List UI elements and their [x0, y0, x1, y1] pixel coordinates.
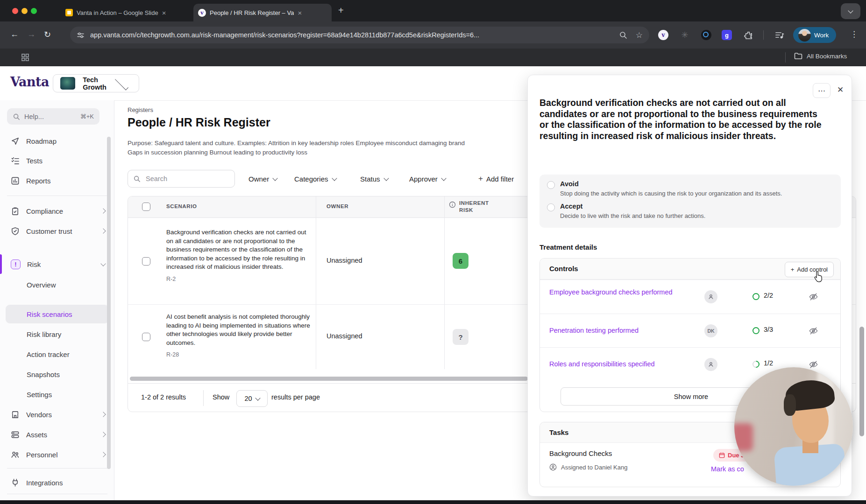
- tab-close-icon[interactable]: ×: [298, 9, 302, 16]
- owner-cell[interactable]: Unassigned: [327, 257, 362, 264]
- inherent-risk-badge[interactable]: ?: [453, 329, 468, 345]
- unmonitored-eye-off-icon[interactable]: [809, 292, 818, 301]
- apps-grid-icon[interactable]: [21, 53, 29, 62]
- column-header-inherent-risk[interactable]: INHERENT RISK: [459, 200, 499, 214]
- onepassword-extension-icon[interactable]: [701, 30, 711, 40]
- sidebar-item-risk-library[interactable]: Risk library: [0, 325, 114, 343]
- forward-button[interactable]: →: [27, 29, 35, 39]
- inherent-risk-badge[interactable]: 6: [453, 253, 468, 269]
- control-link[interactable]: Penetration testing performed: [549, 326, 694, 335]
- control-row: Penetration testing performed DK 3/3: [540, 314, 840, 347]
- reload-button[interactable]: ↻: [44, 29, 51, 40]
- row-checkbox[interactable]: [142, 333, 150, 341]
- bookmark-star-icon[interactable]: ☆: [636, 30, 643, 40]
- search-input[interactable]: [145, 175, 226, 183]
- window-zoom-button[interactable]: [31, 8, 37, 14]
- window-minimize-button[interactable]: [21, 8, 28, 14]
- sidebar-item-integrations[interactable]: Integrations: [0, 473, 114, 492]
- page-scrollbar[interactable]: [859, 327, 864, 436]
- sidebar-item-risk[interactable]: ! Risk: [0, 254, 114, 274]
- folder-icon: [794, 52, 802, 60]
- owner-cell[interactable]: Unassigned: [327, 332, 362, 340]
- vanta-logo[interactable]: Vanta: [10, 75, 49, 89]
- unmonitored-eye-off-icon[interactable]: [809, 360, 818, 369]
- sidebar-scrollbar[interactable]: [107, 137, 111, 469]
- browser-menu-icon[interactable]: ⋮: [850, 29, 858, 39]
- browser-toolbar: ← → ↻ app.vanta.com/c/techgrowth.com.au/…: [0, 21, 866, 49]
- unmonitored-eye-off-icon[interactable]: [809, 326, 818, 336]
- filter-owner[interactable]: Owner: [248, 170, 277, 188]
- owner-avatar: [704, 290, 717, 303]
- sidebar-item-assets[interactable]: Assets: [0, 425, 114, 444]
- sidebar-item-roadmap[interactable]: Roadmap: [0, 131, 114, 151]
- sidebar-divider: [7, 494, 107, 494]
- sidebar-item-risk-settings[interactable]: Settings: [0, 385, 114, 404]
- filter-categories[interactable]: Categories: [294, 170, 336, 188]
- browser-profile-button[interactable]: Work: [793, 27, 836, 43]
- search-icon: [13, 113, 20, 120]
- breadcrumb[interactable]: Registers: [128, 106, 153, 113]
- chevron-right-icon: [100, 412, 106, 417]
- sidebar-item-vendors[interactable]: Vendors: [0, 405, 114, 424]
- control-link[interactable]: Employee background checks performed: [549, 288, 694, 297]
- control-row: Employee background checks performed 2/2: [540, 280, 840, 314]
- org-switcher[interactable]: Tech Growth: [53, 74, 139, 92]
- help-search-input[interactable]: Help... ⌘+K: [7, 108, 99, 125]
- owner-avatar: [704, 358, 717, 371]
- scenario-text: AI cost benefit analysis is not complete…: [166, 313, 310, 346]
- radio-avoid[interactable]: [547, 181, 555, 189]
- window-close-button[interactable]: [12, 8, 18, 14]
- sidebar-item-customer-trust[interactable]: Customer trust: [0, 221, 114, 241]
- radio-accept[interactable]: [547, 203, 555, 211]
- grammarly-extension-icon[interactable]: g: [722, 30, 732, 40]
- column-header-scenario[interactable]: SCENARIO: [166, 203, 197, 209]
- tab-vanta-risk-register[interactable]: v People / HR Risk Register – Va ×: [193, 4, 332, 21]
- mark-complete-link[interactable]: Mark as co: [711, 465, 744, 473]
- vanta-extension-icon[interactable]: v: [658, 30, 668, 40]
- new-tab-button[interactable]: +: [338, 6, 344, 15]
- tab-google-slides[interactable]: Vanta in Action – Google Slide ×: [61, 4, 188, 21]
- sidebar-item-personnel[interactable]: Personnel: [0, 445, 114, 464]
- chevron-down-icon: [383, 175, 389, 181]
- column-header-owner[interactable]: OWNER: [327, 203, 348, 209]
- panel-more-button[interactable]: ⋯: [813, 83, 831, 98]
- sidebar-item-risk-scenarios[interactable]: Risk scenarios: [0, 305, 114, 323]
- back-button[interactable]: ←: [10, 29, 19, 39]
- task-name[interactable]: Background Checks: [549, 449, 612, 457]
- chevron-down-icon: [332, 175, 337, 181]
- tab-close-icon[interactable]: ×: [162, 9, 166, 16]
- sidebar-item-snapshots[interactable]: Snapshots: [0, 365, 114, 384]
- panel-close-icon[interactable]: ✕: [837, 85, 844, 95]
- controls-title: Controls: [549, 265, 578, 273]
- site-settings-icon[interactable]: [77, 31, 85, 39]
- control-link[interactable]: Roles and responsibilities specified: [549, 360, 694, 369]
- tab-search-chevron-button[interactable]: [841, 3, 860, 19]
- filter-status[interactable]: Status: [360, 170, 388, 188]
- add-control-button[interactable]: + Add control: [785, 262, 834, 277]
- search-icon[interactable]: [619, 31, 627, 39]
- media-controls-icon[interactable]: [774, 30, 785, 40]
- sidebar-item-action-tracker[interactable]: Action tracker: [0, 345, 114, 364]
- page-size-select[interactable]: 20: [236, 390, 268, 407]
- extensions-puzzle-icon[interactable]: [743, 30, 753, 40]
- table-search-input[interactable]: [128, 170, 235, 188]
- sidebar-item-compliance[interactable]: Compliance: [0, 201, 114, 221]
- bookmarks-bar: All Bookmarks: [0, 49, 866, 66]
- tab-title: Vanta in Action – Google Slide: [77, 9, 158, 16]
- select-all-checkbox[interactable]: [142, 203, 150, 211]
- url-text[interactable]: app.vanta.com/c/techgrowth.com.au/risk-m…: [90, 31, 619, 39]
- all-bookmarks-button[interactable]: All Bookmarks: [794, 52, 847, 60]
- toolbar-separator: [763, 30, 764, 40]
- person-icon: [708, 294, 714, 300]
- sidebar-item-reports[interactable]: Reports: [0, 171, 114, 190]
- progress-count: 2/2: [764, 292, 773, 299]
- sidebar-item-tests[interactable]: Tests: [0, 151, 114, 170]
- info-icon[interactable]: [449, 201, 456, 208]
- horizontal-scrollbar[interactable]: [130, 377, 528, 381]
- address-bar[interactable]: app.vanta.com/c/techgrowth.com.au/risk-m…: [70, 27, 649, 43]
- row-checkbox[interactable]: [142, 257, 150, 266]
- sidebar-item-risk-overview[interactable]: Overview: [0, 275, 114, 294]
- add-filter-button[interactable]: + Add filter: [478, 170, 514, 188]
- extension-sun-icon[interactable]: ✳: [680, 30, 690, 40]
- filter-approver[interactable]: Approver: [409, 170, 446, 188]
